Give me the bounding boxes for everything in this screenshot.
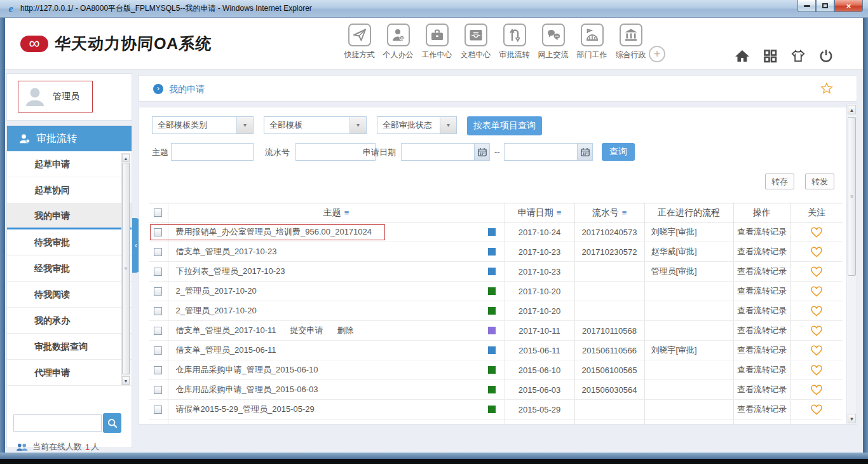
row-checkbox[interactable]	[154, 346, 162, 355]
nav-item-paper-plane[interactable]: 快捷方式	[340, 24, 379, 60]
heart-icon[interactable]	[810, 285, 823, 297]
row-action-link[interactable]: 删除	[337, 325, 354, 335]
sidebar-section-header[interactable]: 审批流转	[7, 126, 132, 151]
scrollbar-thumb[interactable]: ≡	[848, 117, 856, 276]
sidebar-item[interactable]: 我的申请	[7, 203, 132, 229]
subject-link[interactable]: 费用报销单_办公室管理员_培训费_956.00_20171024	[176, 226, 488, 238]
view-flow-record-link[interactable]: 查看流转记录	[733, 282, 790, 301]
subject-link[interactable]: 借支单_管理员_2015-06-11	[176, 345, 488, 356]
save-as-button[interactable]: 转存	[765, 174, 794, 189]
apps-grid-button[interactable]	[763, 48, 778, 64]
view-flow-record-link[interactable]: 查看流转记录	[733, 262, 790, 282]
subject-link[interactable]: 借支单_管理员_2017-10-11提交申请删除	[176, 325, 488, 336]
sort-icon[interactable]: ≡	[557, 208, 562, 217]
row-checkbox[interactable]	[154, 327, 162, 335]
row-checkbox[interactable]	[154, 228, 162, 236]
minimize-button[interactable]	[797, 0, 816, 12]
subject-link[interactable]: 借支单_管理员_2017-10-23	[176, 246, 488, 257]
sidebar-item[interactable]: 代理申请	[7, 360, 132, 386]
calendar-button[interactable]	[577, 144, 592, 160]
sort-icon[interactable]: ≡	[622, 208, 627, 217]
row-checkbox[interactable]	[154, 287, 162, 296]
date-from-input[interactable]	[402, 144, 474, 160]
scroll-up-icon[interactable]: ▲	[122, 154, 130, 162]
sidebar-item[interactable]: 起草申请	[7, 151, 132, 177]
heart-icon[interactable]	[810, 384, 823, 396]
view-flow-record-link[interactable]: 查看流转记录	[733, 360, 790, 380]
form-item-query-button[interactable]: 按表单项目查询	[467, 116, 542, 135]
view-flow-record-link[interactable]: 查看流转记录	[733, 321, 790, 341]
subject-link[interactable]: 下拉列表_管理员_2017-10-23	[176, 266, 488, 277]
view-flow-record-link[interactable]: 查看流转记录	[733, 400, 790, 420]
theme-button[interactable]	[790, 48, 806, 64]
scroll-down-icon[interactable]: ▼	[848, 414, 856, 423]
heart-icon[interactable]	[810, 404, 823, 416]
template-category-select[interactable]: 全部模板类别 ▾	[152, 116, 254, 134]
column-header[interactable]: 主题≡	[168, 203, 505, 222]
approval-status-select[interactable]: 全部审批状态 ▾	[377, 116, 457, 134]
scroll-down-icon[interactable]: ▼	[122, 376, 130, 385]
sort-icon[interactable]: ≡	[344, 208, 349, 217]
heart-icon[interactable]	[810, 325, 823, 337]
column-header[interactable]: 申请日期≡	[505, 203, 574, 222]
view-flow-record-link[interactable]: 查看流转记录	[733, 242, 790, 262]
nav-item-bank[interactable]: 综合行政	[611, 24, 650, 60]
heart-icon[interactable]	[810, 246, 823, 258]
column-header[interactable]: 流水号≡	[574, 203, 644, 222]
close-button[interactable]: ×	[834, 0, 863, 12]
main-scrollbar[interactable]: ▲ ≡ ▼	[846, 104, 857, 425]
window-titlebar[interactable]: e http://127.0.0.1/ - OA8000平台版_FPLMYSQL…	[0, 0, 868, 18]
nav-item-person-desk[interactable]: 个人办公	[379, 24, 417, 60]
heart-icon[interactable]	[810, 226, 823, 238]
favorite-page-button[interactable]	[820, 81, 834, 98]
user-card[interactable]: 管理员	[6, 73, 132, 121]
subject-link[interactable]: 2_管理员_2017-10-20	[176, 285, 488, 297]
subject-link[interactable]: 2_管理员_2017-10-20	[176, 305, 488, 317]
scroll-up-icon[interactable]: ▲	[848, 105, 856, 114]
row-checkbox[interactable]	[154, 268, 162, 276]
subject-input[interactable]	[171, 143, 254, 161]
view-flow-record-link[interactable]	[733, 420, 790, 425]
calendar-button[interactable]	[474, 144, 489, 160]
nav-item-chat-bubbles[interactable]: 网上交流	[534, 24, 573, 60]
forward-button[interactable]: 转发	[805, 174, 834, 189]
subject-link[interactable]: 仓库用品采购申请_管理员_2015-06-10	[176, 364, 488, 376]
sidebar-item[interactable]: 待我阅读	[7, 282, 132, 308]
nav-item-flow-arrows[interactable]: 审批流转	[495, 24, 534, 60]
add-module-button[interactable]: +	[649, 46, 665, 62]
heart-icon[interactable]	[810, 305, 823, 317]
row-checkbox[interactable]	[154, 406, 162, 414]
query-button[interactable]: 查询	[602, 143, 635, 161]
view-flow-record-link[interactable]: 查看流转记录	[733, 301, 790, 321]
heart-icon[interactable]	[810, 364, 823, 376]
subject-link[interactable]: 请假单2015-5-29_管理员_2015-05-29	[176, 404, 488, 415]
date-to-input[interactable]	[505, 144, 577, 160]
sidebar-item[interactable]: 审批数据查询	[7, 334, 132, 360]
nav-item-briefcase[interactable]: 工作中心	[417, 24, 456, 60]
sidebar-search-button[interactable]	[103, 413, 121, 433]
heart-icon[interactable]	[810, 266, 823, 278]
sidebar-search-input[interactable]	[13, 414, 102, 432]
heart-icon[interactable]	[810, 423, 823, 425]
sidebar-scrollbar[interactable]: ▲ ≡ ▼	[121, 153, 130, 385]
template-select[interactable]: 全部模板 ▾	[264, 116, 367, 134]
view-flow-record-link[interactable]: 查看流转记录	[733, 380, 790, 400]
row-checkbox[interactable]	[154, 366, 162, 374]
sidebar-item[interactable]: 我的承办	[7, 308, 132, 334]
select-all-checkbox[interactable]	[154, 208, 162, 217]
row-checkbox[interactable]	[154, 248, 162, 256]
sidebar-item[interactable]: 经我审批	[7, 256, 132, 282]
row-action-link[interactable]: 提交申请	[290, 325, 323, 335]
sidebar-item[interactable]: 起草协同	[7, 177, 132, 203]
nav-item-document-tray[interactable]: 文档中心	[456, 24, 495, 60]
sidebar-item[interactable]: 待我审批	[7, 229, 132, 256]
scrollbar-thumb[interactable]: ≡	[122, 163, 130, 374]
view-flow-record-link[interactable]: 查看流转记录	[733, 222, 790, 242]
row-checkbox[interactable]	[154, 386, 162, 394]
logout-button[interactable]	[818, 48, 834, 64]
view-flow-record-link[interactable]: 查看流转记录	[733, 341, 790, 360]
maximize-button[interactable]	[816, 0, 834, 12]
row-checkbox[interactable]	[154, 307, 162, 315]
nav-item-department[interactable]: 部门工作	[573, 24, 611, 60]
heart-icon[interactable]	[810, 345, 823, 357]
